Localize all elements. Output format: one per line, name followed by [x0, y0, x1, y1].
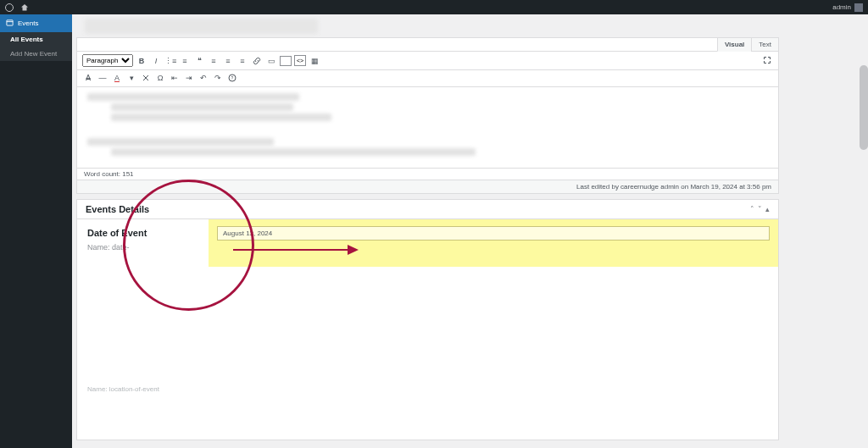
sidebar-sub-all-events[interactable]: All Events — [0, 32, 72, 47]
strike-button[interactable]: A̶ — [82, 72, 94, 84]
help-button[interactable]: ? — [226, 72, 238, 84]
tab-visual[interactable]: Visual — [717, 38, 751, 52]
code-button[interactable]: <> — [294, 55, 306, 66]
sidebar-item-events[interactable]: Events — [0, 14, 72, 32]
field-label-text: Date of Event — [87, 228, 198, 238]
calendar-icon — [6, 19, 14, 28]
italic-button[interactable]: I — [150, 55, 162, 67]
topbar-user[interactable]: admin — [832, 3, 851, 11]
date-of-event-input[interactable] — [217, 226, 770, 241]
fullscreen-button[interactable] — [761, 54, 773, 66]
align-center-button[interactable]: ≡ — [222, 55, 234, 67]
avatar[interactable] — [854, 3, 863, 12]
chevron-up-icon[interactable]: ˄ — [750, 205, 754, 213]
metabox-menu-icon[interactable]: ▴ — [765, 205, 770, 213]
editor-body[interactable] — [77, 87, 778, 168]
word-count: Word count: 151 — [84, 170, 134, 178]
special-char-button[interactable]: Ω — [154, 72, 166, 84]
readmore-button[interactable]: ▭ — [265, 55, 277, 67]
redo-button[interactable]: ↷ — [212, 72, 224, 84]
svg-point-0 — [6, 3, 14, 11]
editor-status-bar: Word count: 151 — [77, 168, 778, 180]
align-left-button[interactable]: ≡ — [208, 55, 220, 67]
scroll-thumb[interactable] — [860, 65, 868, 150]
admin-sidebar: Events All Events Add New Event — [0, 14, 72, 448]
textcolor-dropdown[interactable]: ▾ — [125, 72, 137, 84]
events-details-metabox: Events Details ˄ ˅ ▴ Date of Event Name:… — [76, 199, 779, 440]
last-edited-label: Last edited by careernudge admin on Marc… — [77, 180, 778, 193]
align-right-button[interactable]: ≡ — [236, 55, 248, 67]
wordpress-logo-icon[interactable] — [5, 3, 14, 12]
hr-button[interactable]: — — [97, 72, 108, 84]
sidebar-sub-add-new[interactable]: Add New Event — [0, 47, 72, 61]
tab-text[interactable]: Text — [751, 38, 778, 51]
link-button[interactable] — [251, 55, 263, 67]
format-select[interactable]: Paragraph — [82, 54, 133, 67]
admin-topbar: admin — [0, 0, 868, 14]
undo-button[interactable]: ↶ — [198, 72, 209, 84]
editor-toolbar-row2: A̶ — A ▾ Ω ⇤ ⇥ ↶ ↷ ? — [77, 70, 778, 87]
main-content: Visual Text Paragraph B I ⋮≡ ≡ ❝ ≡ ≡ ≡ — [72, 14, 868, 448]
svg-text:?: ? — [231, 75, 234, 80]
location-field-hint: Name: location-of-event — [87, 385, 768, 393]
outdent-button[interactable]: ⇤ — [169, 72, 181, 84]
metabox-title: Events Details — [86, 204, 149, 214]
field-date-of-event: Date of Event Name: date- — [77, 219, 778, 267]
post-title-placeholder[interactable] — [85, 19, 318, 34]
field-hint: Name: date- — [87, 243, 198, 252]
indent-button[interactable]: ⇥ — [183, 72, 195, 84]
bullet-list-button[interactable]: ⋮≡ — [164, 55, 176, 67]
editor-toolbar: Paragraph B I ⋮≡ ≡ ❝ ≡ ≡ ≡ ▭ <> ▦ — [77, 52, 778, 70]
editor-tabs: Visual Text — [77, 38, 778, 52]
bold-button[interactable]: B — [136, 55, 147, 67]
chevron-down-icon[interactable]: ˅ — [758, 205, 762, 213]
sidebar-item-label: Events — [18, 19, 38, 27]
textcolor-button[interactable]: A — [111, 72, 123, 84]
svg-rect-1 — [7, 20, 13, 25]
home-icon[interactable] — [20, 3, 29, 12]
clear-format-button[interactable] — [140, 72, 152, 84]
scrollbar[interactable] — [860, 14, 868, 448]
number-list-button[interactable]: ≡ — [179, 55, 191, 67]
blockquote-button[interactable]: ❝ — [193, 55, 205, 67]
color-button[interactable] — [280, 56, 292, 66]
toolbar-toggle-button[interactable]: ▦ — [309, 55, 320, 67]
editor-panel: Visual Text Paragraph B I ⋮≡ ≡ ❝ ≡ ≡ ≡ — [76, 37, 779, 194]
